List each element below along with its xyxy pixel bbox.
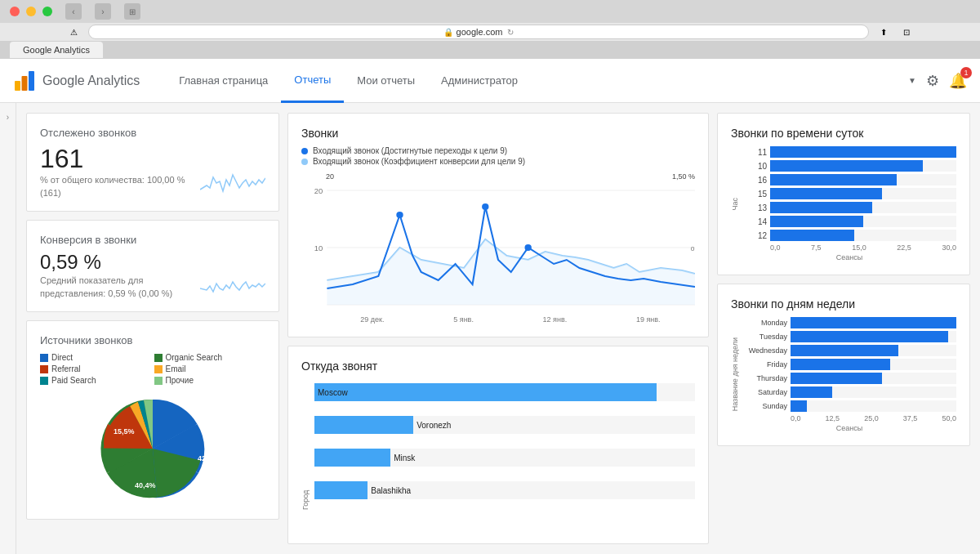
city-row-balashikha: Balashikha bbox=[314, 481, 695, 499]
calls-tracked-title: Отслежено звонков bbox=[40, 127, 265, 139]
weekday-bars-container: Monday Tuesday Wednesday bbox=[742, 317, 956, 432]
bell-icon[interactable]: 🔔 1 bbox=[949, 72, 967, 90]
time-bar-14: 14 bbox=[742, 216, 956, 227]
weekday-bar-saturday: Saturday bbox=[742, 386, 956, 398]
tab-view-button[interactable]: ⊞ bbox=[124, 3, 140, 20]
nav-item-home[interactable]: Главная страница bbox=[166, 59, 281, 103]
bar-fill-10 bbox=[770, 160, 923, 172]
logo-text: Google Analytics bbox=[42, 74, 140, 88]
time-bar-13: 13 bbox=[742, 202, 956, 213]
content-area: › Отслежено звонков 161 % от общего коли… bbox=[0, 103, 980, 554]
browser-tab[interactable]: Google Analytics bbox=[10, 42, 103, 58]
nav-item-admin[interactable]: Администратор bbox=[428, 59, 531, 103]
minimize-button[interactable] bbox=[26, 7, 36, 16]
svg-text:10: 10 bbox=[314, 244, 323, 252]
conversion-title: Конверсия в звонки bbox=[40, 234, 265, 246]
time-bars-container: 11 10 16 15 bbox=[742, 146, 956, 261]
legend-item-direct: Direct bbox=[40, 353, 152, 362]
bar-fill-saturday bbox=[791, 386, 832, 398]
card-calls-tracked: Отслежено звонков 161 % от общего количе… bbox=[26, 113, 279, 212]
browser-address-bar: ⚠ 🔒 google.com ↻ ⬆ ⊡ bbox=[0, 23, 980, 41]
pie-chart: 42,2% 40,4% 15,5% bbox=[40, 391, 265, 506]
conversion-value: 0,59 % bbox=[40, 252, 172, 272]
weekday-bar-tuesday: Tuesday bbox=[742, 331, 956, 342]
svg-rect-1 bbox=[22, 76, 28, 91]
legend-item-referral: Referral bbox=[40, 364, 152, 373]
bar-fill-11 bbox=[770, 146, 956, 158]
time-chart-area: Час 11 10 16 bbox=[731, 146, 956, 261]
left-column: Отслежено звонков 161 % от общего количе… bbox=[26, 113, 279, 520]
weekday-bar-sunday: Sunday bbox=[742, 400, 956, 412]
conversion-sub2: представления: 0,59 % (0,00 %) bbox=[40, 288, 172, 298]
time-y-axis: Час bbox=[731, 146, 739, 261]
calls-chart-legend: Входящий звонок (Достигнутые переходы к … bbox=[301, 146, 695, 166]
bar-fill-16 bbox=[770, 174, 897, 185]
bar-fill-15 bbox=[770, 188, 882, 199]
svg-rect-2 bbox=[29, 71, 34, 91]
legend-item-paid: Paid Search bbox=[40, 376, 152, 385]
sidebar-toggle[interactable]: › bbox=[0, 103, 16, 554]
legend-item-other: Прочие bbox=[154, 376, 266, 385]
weekday-y-axis: Название дня недели bbox=[731, 317, 739, 432]
time-bar-12: 12 bbox=[742, 230, 956, 241]
middle-column: Звонки Входящий звонок (Достигнутые пере… bbox=[287, 113, 709, 544]
time-chart-title: Звонки по времени суток bbox=[731, 127, 956, 140]
nav-item-reports[interactable]: Отчеты bbox=[281, 59, 344, 103]
browser-titlebar: ‹ › ⊞ bbox=[0, 0, 980, 23]
calls-line-chart: 20 10 0,75 % bbox=[301, 182, 695, 313]
legend-item-2: Входящий звонок (Коэффициент конверсии д… bbox=[301, 157, 695, 166]
bar-fill-sunday bbox=[791, 400, 807, 412]
weekday-bar-friday: Friday bbox=[742, 359, 956, 370]
legend-dot-other bbox=[154, 377, 163, 385]
bar-fill-thursday bbox=[791, 373, 882, 384]
nav-right: ▼ ⚙ 🔔 1 bbox=[908, 72, 967, 90]
calls-tracked-sparkline bbox=[200, 165, 265, 198]
browser-chrome: ‹ › ⊞ ⚠ 🔒 google.com ↻ ⬆ ⊡ Google Analyt… bbox=[0, 0, 980, 59]
weekday-bar-wednesday: Wednesday bbox=[742, 345, 956, 356]
svg-text:42,2%: 42,2% bbox=[198, 454, 219, 462]
time-bar-10: 10 bbox=[742, 160, 956, 172]
svg-point-13 bbox=[524, 244, 531, 251]
weekday-chart-area: Название дня недели Monday Tuesday bbox=[731, 317, 956, 432]
bar-fill-friday bbox=[791, 359, 890, 370]
address-bar[interactable]: 🔒 google.com ↻ bbox=[88, 25, 869, 39]
maximize-button[interactable] bbox=[42, 7, 52, 16]
bar-fill-13 bbox=[770, 202, 872, 213]
city-bar-balashikha bbox=[314, 481, 368, 499]
dropdown-arrow-icon[interactable]: ▼ bbox=[908, 76, 916, 85]
time-x-axis-label: Сеансы bbox=[742, 253, 956, 261]
sources-legend: Direct Organic Search Referral Emai bbox=[40, 353, 265, 385]
close-button[interactable] bbox=[10, 7, 20, 16]
right-column: Звонки по времени суток Час 11 10 bbox=[717, 113, 970, 520]
x-axis-labels: 29 дек. 5 янв. 12 янв. 19 янв. bbox=[301, 315, 695, 324]
calls-chart-title: Звонки bbox=[301, 127, 695, 140]
calls-chart-area: 20 1,50 % 20 10 bbox=[301, 172, 695, 324]
calls-tracked-content: 161 % от общего количества: 100,00 % (16… bbox=[40, 145, 265, 198]
bar-fill-12 bbox=[770, 230, 854, 241]
card-sources: Источники звонков Direct Organic Search bbox=[26, 320, 279, 520]
time-bar-16: 16 bbox=[742, 174, 956, 185]
svg-point-12 bbox=[482, 203, 488, 210]
logo-area: Google Analytics bbox=[13, 69, 140, 92]
back-button[interactable]: ‹ bbox=[65, 3, 82, 20]
svg-point-11 bbox=[396, 212, 403, 218]
city-row-voronezh: Voronezh bbox=[314, 416, 695, 434]
browser-tab-bar: Google Analytics bbox=[0, 41, 980, 59]
weekday-x-axis-label: Сеансы bbox=[742, 424, 956, 432]
bar-fill-wednesday bbox=[791, 345, 898, 356]
conversion-sub: Средний показатель для bbox=[40, 275, 172, 285]
where-title: Откуда звонят bbox=[301, 360, 695, 373]
time-bar-15: 15 bbox=[742, 188, 956, 199]
nav-item-my-reports[interactable]: Мои отчеты bbox=[344, 59, 428, 103]
legend-dot-paid bbox=[40, 377, 48, 385]
calls-tracked-sub2: (161) bbox=[40, 188, 185, 198]
time-bar-11: 11 bbox=[742, 146, 956, 158]
card-calls-chart: Звонки Входящий звонок (Достигнутые пере… bbox=[287, 113, 709, 337]
forward-button[interactable]: › bbox=[95, 3, 111, 20]
weekday-x-axis: 0,0 12,5 25,0 37,5 50,0 bbox=[791, 414, 956, 422]
gear-icon[interactable]: ⚙ bbox=[926, 72, 939, 90]
main-content: Отслежено звонков 161 % от общего количе… bbox=[16, 103, 980, 554]
card-where: Откуда звонят Город Moscow bbox=[287, 346, 709, 544]
legend-dot-referral bbox=[40, 365, 48, 373]
card-time-of-day: Звонки по времени суток Час 11 10 bbox=[717, 113, 970, 275]
